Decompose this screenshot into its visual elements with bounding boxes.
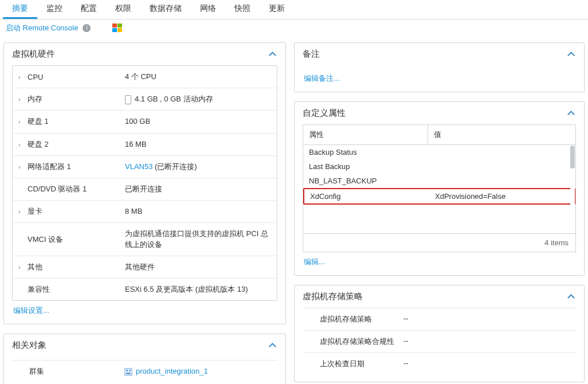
svg-rect-0 bbox=[125, 369, 132, 375]
edit-settings-link[interactable]: 编辑设置... bbox=[12, 301, 50, 317]
expand-icon[interactable]: › bbox=[18, 208, 28, 215]
row-cddvd: CD/DVD 驱动器 1 已断开连接 bbox=[13, 178, 277, 201]
row-cpu[interactable]: › CPU 4 个 CPU bbox=[13, 66, 277, 88]
memory-value: 4.1 GB , 0 GB 活动内存 bbox=[125, 94, 271, 104]
chevron-up-icon[interactable] bbox=[567, 50, 576, 59]
col-attribute[interactable]: 属性 bbox=[303, 125, 428, 144]
memory-label: 内存 bbox=[28, 94, 125, 104]
storage-row: 虚拟机存储策略 -- bbox=[303, 308, 576, 331]
disk1-value: 100 GB bbox=[125, 116, 271, 127]
attr-value bbox=[428, 145, 575, 159]
tab-monitor[interactable]: 监控 bbox=[37, 0, 72, 19]
attr-value bbox=[428, 159, 575, 174]
vm-hardware-title: 虚拟机硬件 bbox=[12, 49, 55, 60]
last-check-value: -- bbox=[403, 359, 573, 369]
compat-label: 兼容性 bbox=[28, 284, 125, 295]
attr-value bbox=[428, 174, 575, 188]
cluster-icon bbox=[124, 368, 132, 376]
expand-icon[interactable]: › bbox=[18, 96, 28, 103]
cluster-value: product_integration_1 bbox=[124, 367, 208, 376]
attr-row[interactable]: Backup Status bbox=[303, 145, 575, 159]
net-label: 网络适配器 1 bbox=[28, 162, 125, 172]
related-objects-panel: 相关对象 群集 product_integration_1 bbox=[3, 334, 286, 384]
tab-networks[interactable]: 网络 bbox=[191, 0, 225, 19]
custom-attributes-title: 自定义属性 bbox=[303, 108, 346, 119]
info-icon[interactable]: i bbox=[83, 24, 91, 32]
attr-row-highlighted[interactable]: XdConfig XdProvisioned=False bbox=[303, 188, 575, 205]
disk2-label: 硬盘 2 bbox=[28, 139, 125, 150]
vm-hardware-panel: 虚拟机硬件 › CPU 4 个 CPU › 内存 4.1 GB , 0 GB 活… bbox=[3, 42, 286, 324]
row-video[interactable]: › 显卡 8 MB bbox=[13, 201, 277, 223]
notes-title: 备注 bbox=[303, 49, 320, 60]
attr-row[interactable]: Last Backup bbox=[303, 159, 575, 174]
disk1-label: 硬盘 1 bbox=[28, 116, 125, 127]
console-bar: 启动 Remote Console i bbox=[0, 19, 588, 37]
custom-attributes-table: 属性 值 Backup Status Last Backup bbox=[303, 124, 576, 252]
cddvd-label: CD/DVD 驱动器 1 bbox=[28, 184, 125, 194]
cddvd-value: 已断开连接 bbox=[125, 184, 271, 194]
attr-name: Last Backup bbox=[303, 159, 428, 174]
row-memory[interactable]: › 内存 4.1 GB , 0 GB 活动内存 bbox=[13, 88, 277, 111]
tabs-bar: 摘要 监控 配置 权限 数据存储 网络 快照 更新 bbox=[0, 0, 588, 19]
scrollbar[interactable] bbox=[570, 146, 575, 233]
storage-compliance-value: -- bbox=[403, 336, 573, 347]
expand-icon[interactable]: › bbox=[18, 141, 28, 148]
edit-attributes-link[interactable]: 编辑... bbox=[303, 252, 326, 268]
related-objects-title: 相关对象 bbox=[12, 340, 46, 351]
expand-icon[interactable]: › bbox=[18, 163, 28, 170]
scrollbar-thumb[interactable] bbox=[570, 146, 575, 169]
tab-snapshots[interactable]: 快照 bbox=[225, 0, 260, 19]
cluster-label: 群集 bbox=[15, 366, 124, 377]
memory-icon bbox=[125, 95, 131, 104]
cpu-value: 4 个 CPU bbox=[125, 72, 271, 82]
windows-icon bbox=[112, 23, 123, 33]
vmci-label: VMCI 设备 bbox=[28, 234, 125, 245]
row-network-adapter[interactable]: › 网络适配器 1 VLAN53 (已断开连接) bbox=[13, 156, 277, 178]
row-disk2[interactable]: › 硬盘 2 16 MB bbox=[13, 134, 277, 156]
other-value: 其他硬件 bbox=[125, 262, 271, 272]
tab-updates[interactable]: 更新 bbox=[260, 0, 294, 19]
storage-policy-value: -- bbox=[403, 314, 573, 324]
storage-policy-title: 虚拟机存储策略 bbox=[303, 291, 363, 302]
expand-icon[interactable]: › bbox=[18, 118, 28, 125]
edit-notes-link[interactable]: 编辑备注... bbox=[303, 69, 341, 85]
tab-datastores[interactable]: 数据存储 bbox=[140, 0, 191, 19]
chevron-up-icon[interactable] bbox=[567, 292, 576, 301]
notes-panel: 备注 编辑备注... bbox=[294, 42, 585, 92]
video-value: 8 MB bbox=[125, 206, 271, 217]
storage-policy-label: 虚拟机存储策略 bbox=[306, 314, 403, 324]
attr-value: XdProvisioned=False bbox=[429, 189, 574, 203]
tab-permissions[interactable]: 权限 bbox=[106, 0, 140, 19]
row-vmci: VMCI 设备 为虚拟机通信接口提供支持的虚拟机 PCI 总线上的设备 bbox=[13, 223, 277, 256]
attr-footer: 4 items bbox=[303, 233, 575, 252]
svg-rect-1 bbox=[126, 370, 128, 371]
video-label: 显卡 bbox=[28, 206, 125, 217]
col-value[interactable]: 值 bbox=[428, 125, 575, 144]
chevron-up-icon[interactable] bbox=[567, 109, 576, 118]
cluster-link[interactable]: product_integration_1 bbox=[136, 367, 208, 375]
expand-icon[interactable]: › bbox=[18, 264, 28, 271]
attr-row[interactable]: NB_LAST_BACKUP bbox=[303, 174, 575, 188]
attr-name: Backup Status bbox=[303, 145, 428, 159]
custom-attributes-panel: 自定义属性 属性 值 Backup Status Last bbox=[294, 101, 585, 276]
svg-rect-3 bbox=[126, 373, 131, 374]
tab-configure[interactable]: 配置 bbox=[72, 0, 106, 19]
cpu-label: CPU bbox=[28, 73, 125, 81]
storage-policy-panel: 虚拟机存储策略 虚拟机存储策略 -- 虚拟机存储策略合规性 -- 上次检查日期 … bbox=[294, 285, 585, 382]
expand-icon[interactable]: › bbox=[18, 73, 28, 80]
storage-row: 虚拟机存储策略合规性 -- bbox=[303, 331, 576, 353]
chevron-up-icon[interactable] bbox=[268, 341, 277, 350]
tab-summary[interactable]: 摘要 bbox=[3, 0, 37, 19]
storage-row: 上次检查日期 -- bbox=[303, 353, 576, 375]
row-compatibility: 兼容性 ESXi 6.5 及更高版本 (虚拟机版本 13) bbox=[13, 279, 277, 300]
vlan-link[interactable]: VLAN53 bbox=[125, 162, 152, 171]
cluster-row: 群集 product_integration_1 bbox=[12, 360, 277, 382]
vmci-value: 为虚拟机通信接口提供支持的虚拟机 PCI 总线上的设备 bbox=[125, 229, 271, 249]
row-disk1[interactable]: › 硬盘 1 100 GB bbox=[13, 111, 277, 133]
row-other[interactable]: › 其他 其他硬件 bbox=[13, 256, 277, 279]
last-check-label: 上次检查日期 bbox=[306, 359, 403, 369]
chevron-up-icon[interactable] bbox=[268, 50, 277, 59]
attr-name: NB_LAST_BACKUP bbox=[303, 174, 428, 188]
launch-remote-console-link[interactable]: 启动 Remote Console bbox=[6, 23, 78, 33]
storage-compliance-label: 虚拟机存储策略合规性 bbox=[306, 336, 403, 347]
